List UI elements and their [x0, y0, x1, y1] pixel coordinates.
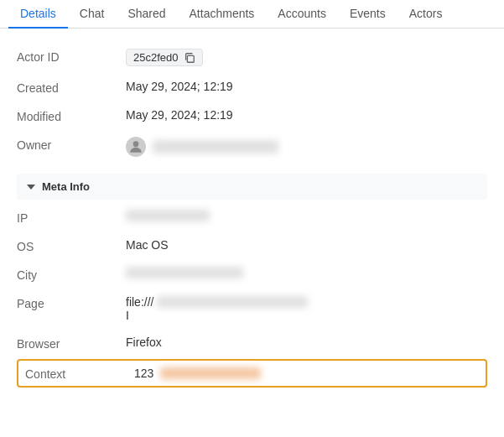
modified-label: Modified [17, 108, 126, 123]
page-line2-text: I [126, 309, 129, 322]
created-value: May 29, 2024; 12:19 [126, 80, 487, 93]
actor-id-label: Actor ID [17, 49, 126, 64]
page-value: file:/// I [126, 295, 487, 322]
page-url-blurred [157, 296, 308, 308]
owner-row: Owner [17, 130, 487, 164]
tab-shared[interactable]: Shared [116, 0, 177, 29]
created-row: Created May 29, 2024; 12:19 [17, 73, 487, 101]
page-file-text: file:/// [126, 295, 153, 309]
context-label: Context [25, 366, 134, 381]
page-line-2: I [126, 309, 487, 322]
context-number: 123 [134, 367, 153, 380]
os-value: Mac OS [126, 238, 487, 252]
browser-value: Firefox [126, 336, 487, 349]
actor-id-badge: 25c2fed0 [126, 49, 203, 66]
os-row: OS Mac OS [17, 232, 487, 260]
browser-row: Browser Firefox [17, 329, 487, 357]
tab-chat[interactable]: Chat [68, 0, 117, 29]
page-row: Page file:/// I [17, 289, 487, 329]
svg-point-1 [133, 141, 139, 147]
ip-value [126, 210, 487, 224]
meta-info-title: Meta Info [42, 180, 90, 193]
tab-accounts[interactable]: Accounts [266, 0, 338, 29]
tab-attachments[interactable]: Attachments [178, 0, 267, 29]
owner-label: Owner [17, 137, 126, 152]
owner-value [126, 137, 487, 157]
browser-label: Browser [17, 336, 126, 351]
city-row: City [17, 260, 487, 289]
tab-actors[interactable]: Actors [397, 0, 455, 29]
actor-id-text: 25c2fed0 [133, 51, 179, 64]
copy-icon[interactable] [184, 52, 195, 64]
meta-info-section: Meta Info [17, 174, 487, 200]
tab-bar: Details Chat Shared Attachments Accounts… [0, 0, 504, 29]
tab-events[interactable]: Events [338, 0, 397, 29]
chevron-down-icon [27, 185, 35, 190]
context-blurred [160, 367, 261, 379]
city-value [126, 267, 487, 281]
tab-details[interactable]: Details [8, 0, 68, 29]
page-label: Page [17, 295, 126, 310]
city-blurred [126, 267, 243, 278]
owner-name-blurred [153, 140, 278, 153]
os-label: OS [17, 238, 126, 253]
meta-info-header[interactable]: Meta Info [17, 174, 487, 200]
svg-rect-0 [187, 55, 194, 62]
ip-blurred [126, 210, 210, 221]
details-content: Actor ID 25c2fed0 Created May 29, 2024; … [0, 29, 504, 431]
modified-value: May 29, 2024; 12:19 [126, 108, 487, 122]
context-value: 123 [134, 367, 479, 380]
modified-row: Modified May 29, 2024; 12:19 [17, 101, 487, 130]
page-line-1: file:/// [126, 295, 487, 309]
actor-id-row: Actor ID 25c2fed0 [17, 42, 487, 73]
avatar [126, 137, 146, 157]
ip-label: IP [17, 210, 126, 225]
ip-row: IP [17, 203, 487, 232]
created-label: Created [17, 80, 126, 95]
city-label: City [17, 267, 126, 282]
actor-id-value: 25c2fed0 [126, 49, 487, 66]
context-row: Context 123 [17, 359, 487, 388]
